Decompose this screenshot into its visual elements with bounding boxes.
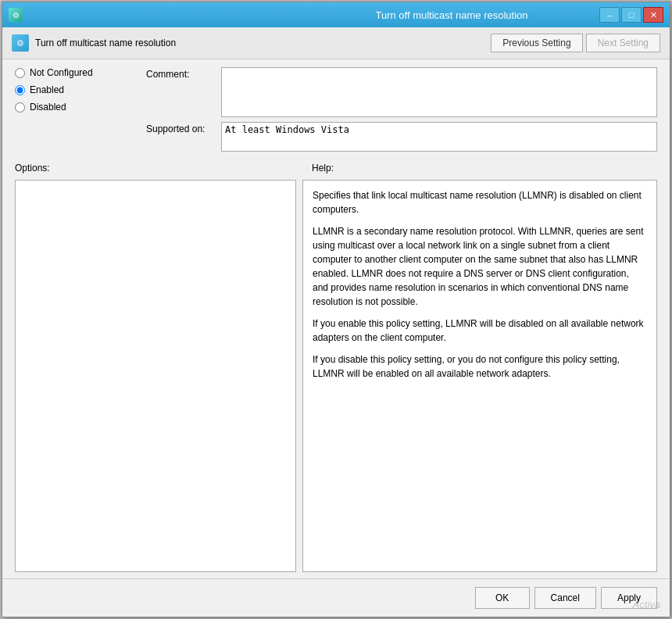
minimize-button[interactable]: –	[599, 7, 620, 23]
ok-button[interactable]: OK	[475, 587, 530, 609]
next-setting-button[interactable]: Next Setting	[586, 34, 660, 52]
maximize-button[interactable]: □	[621, 7, 642, 23]
radio-column: Not Configured Enabled Disabled	[15, 67, 140, 152]
disabled-label: Disabled	[30, 102, 66, 113]
main-window: ⚙ Turn off multicast name resolution – □…	[2, 2, 670, 617]
comment-row: Comment:	[146, 67, 657, 117]
previous-setting-button[interactable]: Previous Setting	[491, 34, 582, 52]
comment-textarea[interactable]	[221, 67, 657, 117]
footer: OK Cancel Apply Activa	[2, 578, 670, 617]
help-panel: Specifies that link local multicast name…	[302, 180, 657, 572]
cancel-button[interactable]: Cancel	[534, 587, 596, 609]
watermark-text: Activa	[633, 599, 660, 610]
help-section-label: Help:	[312, 163, 657, 174]
disabled-radio[interactable]	[15, 102, 25, 113]
window-icon: ⚙	[9, 8, 23, 22]
header-bar: ⚙ Turn off multicast name resolution Pre…	[2, 27, 670, 59]
title-bar: ⚙ Turn off multicast name resolution – □…	[2, 2, 670, 27]
window-title: Turn off multicast name resolution	[304, 9, 599, 21]
help-paragraph-4: If you disable this policy setting, or y…	[313, 352, 647, 381]
header-title: Turn off multicast name resolution	[35, 38, 176, 48]
fields-column: Comment: Supported on:	[140, 67, 657, 152]
supported-row: Supported on:	[146, 122, 657, 152]
help-paragraph-3: If you enable this policy setting, LLMNR…	[313, 317, 647, 345]
not-configured-label: Not Configured	[30, 67, 93, 78]
help-paragraph-2: LLMNR is a secondary name resolution pro…	[313, 224, 647, 309]
supported-label: Supported on:	[146, 122, 216, 134]
navigation-buttons: Previous Setting Next Setting	[491, 34, 660, 52]
options-panel[interactable]	[15, 180, 296, 572]
panels-row: Specifies that link local multicast name…	[2, 177, 670, 578]
supported-textarea[interactable]	[221, 122, 657, 152]
options-help-header: Options: Help:	[2, 159, 670, 177]
enabled-label: Enabled	[30, 84, 64, 95]
close-button[interactable]: ✕	[643, 7, 663, 23]
window-controls: – □ ✕	[599, 7, 663, 23]
not-configured-radio[interactable]	[15, 68, 25, 78]
not-configured-option[interactable]: Not Configured	[15, 67, 140, 78]
header-policy-icon: ⚙	[12, 34, 29, 52]
header-left: ⚙ Turn off multicast name resolution	[12, 34, 176, 52]
enabled-option[interactable]: Enabled	[15, 84, 140, 95]
content-area: ⚙ Turn off multicast name resolution Pre…	[2, 27, 670, 617]
comment-label: Comment:	[146, 67, 216, 80]
options-section-label: Options:	[15, 163, 312, 174]
disabled-option[interactable]: Disabled	[15, 102, 140, 113]
radio-fields-row: Not Configured Enabled Disabled Comment:	[2, 67, 670, 152]
help-paragraph-1: Specifies that link local multicast name…	[313, 188, 647, 216]
enabled-radio[interactable]	[15, 85, 25, 95]
